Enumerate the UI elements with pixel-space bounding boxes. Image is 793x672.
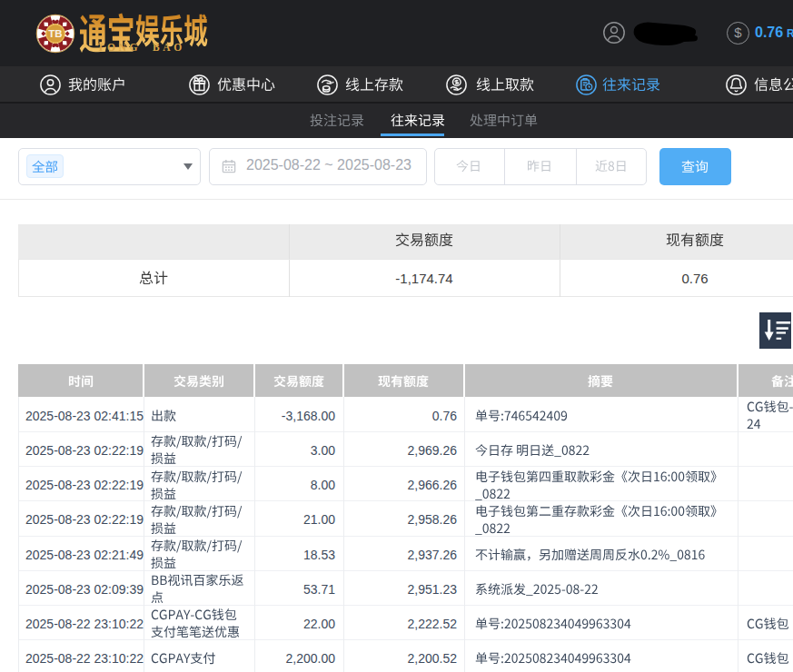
svg-text:TB: TB	[48, 28, 62, 39]
